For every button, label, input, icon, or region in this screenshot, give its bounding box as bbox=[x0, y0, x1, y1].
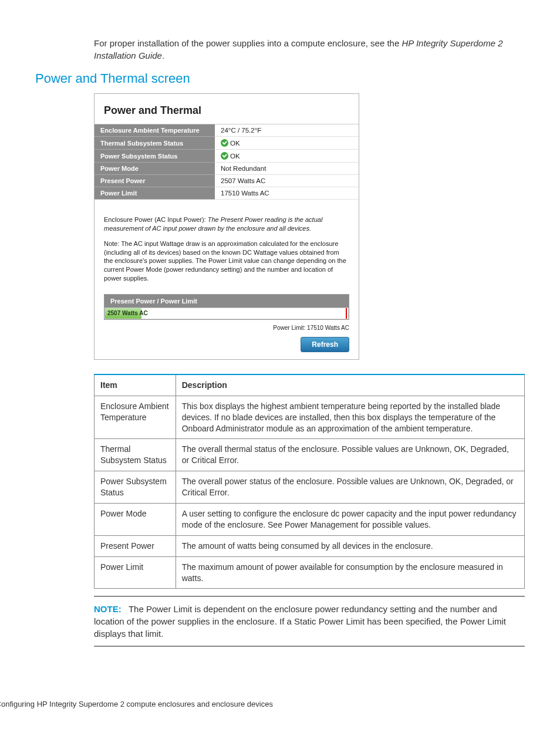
table-row: Power LimitThe maximum amount of power a… bbox=[95, 556, 525, 589]
item-cell: Enclosure Ambient Temperature bbox=[95, 396, 176, 439]
power-limit-label: Power Limit: 17510 Watts AC bbox=[95, 323, 359, 337]
status-label: Thermal Subsystem Status bbox=[95, 137, 215, 150]
power-bar-container: Present Power / Power Limit 2507 Watts A… bbox=[104, 294, 349, 320]
table-row: Power Subsystem StatusThe overall power … bbox=[95, 471, 525, 504]
ok-icon bbox=[221, 152, 228, 160]
status-value: OK bbox=[215, 137, 359, 150]
item-cell: Power Mode bbox=[95, 504, 176, 536]
panel-notes: Enclosure Power (AC Input Power): The Pr… bbox=[95, 200, 359, 294]
note-block: NOTE: The Power Limit is dependent on th… bbox=[94, 596, 525, 647]
panel-title: Power and Thermal bbox=[95, 94, 359, 124]
item-cell: Power Limit bbox=[95, 556, 176, 589]
item-cell: Power Subsystem Status bbox=[95, 471, 176, 504]
power-limit-mark bbox=[346, 308, 347, 319]
desc-cell: The overall power status of the enclosur… bbox=[176, 471, 524, 504]
section-heading: Power and Thermal screen bbox=[35, 71, 525, 86]
power-bar-header: Present Power / Power Limit bbox=[104, 295, 349, 308]
desc-cell: The overall thermal status of the enclos… bbox=[176, 439, 524, 471]
status-value: OK bbox=[215, 150, 359, 163]
power-bar: 2507 Watts AC bbox=[104, 308, 349, 319]
status-value: Not Redundant bbox=[215, 163, 359, 175]
desc-cell: This box displays the highest ambient te… bbox=[176, 396, 524, 439]
col-description: Description bbox=[176, 374, 524, 396]
desc-cell: The amount of watts being consumed by al… bbox=[176, 535, 524, 556]
power-thermal-panel: Power and Thermal Enclosure Ambient Temp… bbox=[94, 93, 359, 360]
item-cell: Thermal Subsystem Status bbox=[95, 439, 176, 471]
status-table: Enclosure Ambient Temperature24°C / 75.2… bbox=[95, 124, 359, 200]
table-row: Present PowerThe amount of watts being c… bbox=[95, 535, 525, 556]
item-cell: Present Power bbox=[95, 535, 176, 556]
status-label: Enclosure Ambient Temperature bbox=[95, 124, 215, 137]
power-bar-fill: 2507 Watts AC bbox=[105, 308, 141, 319]
status-value: 2507 Watts AC bbox=[215, 175, 359, 187]
col-item: Item bbox=[95, 374, 176, 396]
intro-paragraph: For proper installation of the power sup… bbox=[94, 37, 525, 62]
status-label: Power Subsystem Status bbox=[95, 150, 215, 163]
table-row: Power ModeA user setting to configure th… bbox=[95, 504, 525, 536]
chapter-title: Configuring HP Integrity Superdome 2 com… bbox=[0, 700, 273, 708]
ok-icon bbox=[221, 139, 228, 147]
status-value: 17510 Watts AC bbox=[215, 187, 359, 200]
page-footer: 130 Configuring HP Integrity Superdome 2… bbox=[0, 700, 525, 708]
table-row: Enclosure Ambient TemperatureThis box di… bbox=[95, 396, 525, 439]
status-label: Power Limit bbox=[95, 187, 215, 200]
note-label: NOTE: bbox=[94, 604, 122, 614]
status-label: Present Power bbox=[95, 175, 215, 187]
table-row: Thermal Subsystem StatusThe overall ther… bbox=[95, 439, 525, 471]
description-table: Item Description Enclosure Ambient Tempe… bbox=[94, 374, 525, 589]
refresh-button[interactable]: Refresh bbox=[301, 337, 349, 352]
note-text: The Power Limit is dependent on the encl… bbox=[94, 604, 506, 639]
desc-cell: The maximum amount of power available fo… bbox=[176, 556, 524, 589]
status-label: Power Mode bbox=[95, 163, 215, 175]
status-value: 24°C / 75.2°F bbox=[215, 124, 359, 137]
desc-cell: A user setting to configure the enclosur… bbox=[176, 504, 524, 536]
